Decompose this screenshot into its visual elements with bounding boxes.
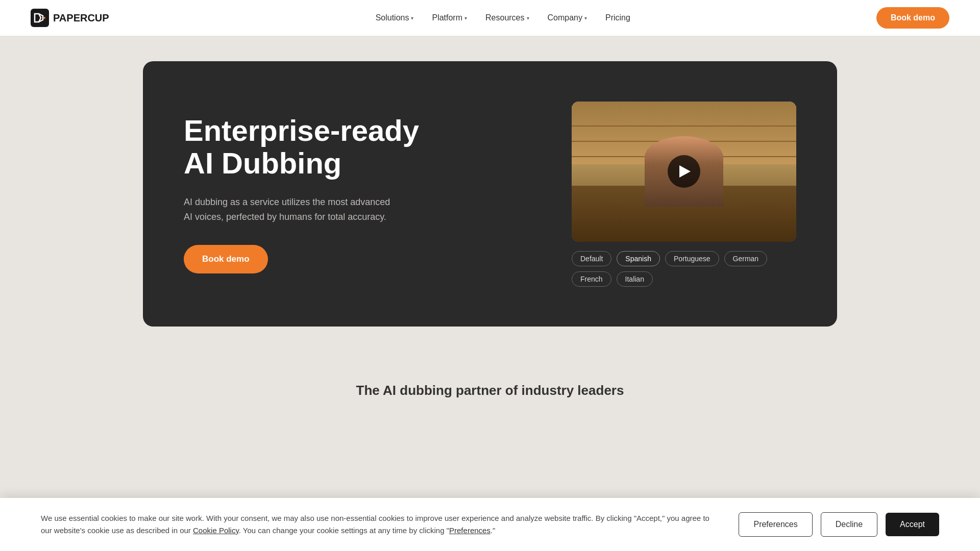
cookie-banner: We use essential cookies to make our sit… (0, 498, 980, 551)
nav-solutions[interactable]: Solutions ▾ (369, 9, 421, 27)
hero-subtitle: AI dubbing as a service utilizes the mos… (184, 195, 398, 224)
brand-logo[interactable]: PAPERCUP (31, 9, 109, 27)
lang-spanish[interactable]: Spanish (617, 251, 660, 266)
cookie-policy-link[interactable]: Cookie Policy (193, 526, 239, 535)
lang-german[interactable]: German (724, 251, 768, 266)
hero-title: Enterprise-ready AI Dubbing (184, 114, 439, 180)
lang-default[interactable]: Default (572, 251, 611, 266)
partners-title: The AI dubbing partner of industry leade… (143, 383, 837, 398)
nav-platform[interactable]: Platform ▾ (425, 9, 474, 27)
company-chevron-icon: ▾ (584, 15, 587, 21)
svg-point-1 (43, 17, 45, 19)
hero-content-left: Enterprise-ready AI Dubbing AI dubbing a… (184, 114, 439, 273)
play-triangle-icon (679, 165, 691, 178)
partners-section: The AI dubbing partner of industry leade… (0, 352, 980, 444)
papercup-logo-icon (31, 9, 49, 27)
preferences-inline-link[interactable]: Preferences (449, 526, 491, 535)
nav-company[interactable]: Company ▾ (541, 9, 594, 27)
hero-video-section: Default Spanish Portuguese German French… (572, 102, 796, 287)
play-button[interactable] (668, 155, 700, 188)
language-selector: Default Spanish Portuguese German French… (572, 251, 796, 287)
solutions-chevron-icon: ▾ (411, 15, 413, 21)
resources-chevron-icon: ▾ (527, 15, 529, 21)
lang-italian[interactable]: Italian (617, 271, 653, 287)
nav-pricing[interactable]: Pricing (598, 9, 638, 27)
nav-resources[interactable]: Resources ▾ (478, 9, 536, 27)
hero-container: Enterprise-ready AI Dubbing AI dubbing a… (0, 36, 980, 352)
preferences-button[interactable]: Preferences (739, 512, 812, 537)
hero-book-demo-button[interactable]: Book demo (184, 245, 268, 273)
platform-chevron-icon: ▾ (464, 15, 467, 21)
cookie-buttons: Preferences Decline Accept (739, 512, 939, 537)
decline-button[interactable]: Decline (821, 512, 877, 537)
nav-book-demo-button[interactable]: Book demo (876, 7, 949, 29)
brand-name: PAPERCUP (53, 12, 109, 24)
main-navigation: PAPERCUP Solutions ▾ Platform ▾ Resource… (0, 0, 980, 36)
nav-links-group: Solutions ▾ Platform ▾ Resources ▾ Compa… (150, 9, 856, 27)
video-player[interactable] (572, 102, 796, 242)
lang-portuguese[interactable]: Portuguese (665, 251, 719, 266)
accept-button[interactable]: Accept (886, 513, 939, 536)
cookie-message: We use essential cookies to make our sit… (41, 512, 718, 537)
hero-card: Enterprise-ready AI Dubbing AI dubbing a… (143, 61, 837, 327)
svg-rect-0 (31, 9, 49, 27)
lang-french[interactable]: French (572, 271, 611, 287)
